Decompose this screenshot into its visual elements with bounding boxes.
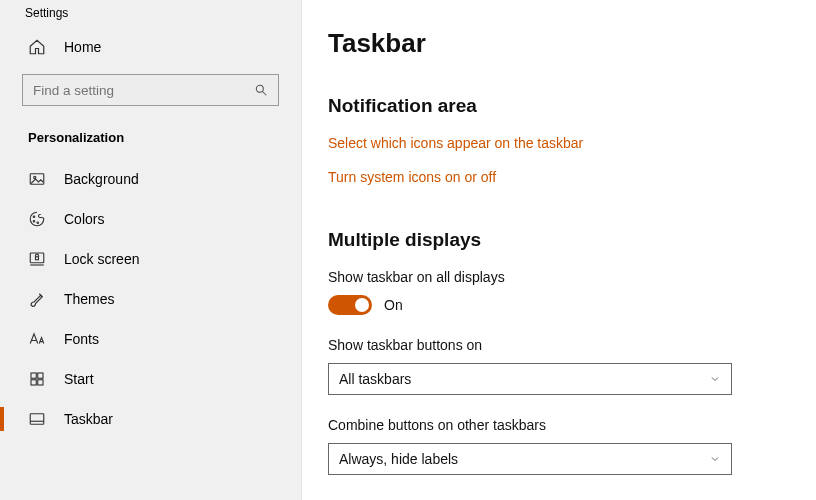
toggle-label-text: Show taskbar on all displays — [328, 269, 780, 285]
nav-label: Themes — [64, 291, 115, 307]
page-title: Taskbar — [328, 28, 780, 59]
chevron-down-icon — [709, 373, 721, 385]
search-box[interactable] — [22, 74, 279, 106]
app-title: Settings — [0, 0, 301, 20]
search-icon — [254, 83, 268, 97]
toggle-state: On — [384, 297, 403, 313]
svg-rect-12 — [31, 380, 36, 385]
section-notification-heading: Notification area — [328, 95, 780, 117]
nav-item-colors[interactable]: Colors — [0, 199, 301, 239]
svg-line-1 — [263, 92, 267, 96]
toggle-knob — [355, 298, 369, 312]
select-buttons-label: Show taskbar buttons on — [328, 337, 780, 353]
nav-label: Fonts — [64, 331, 99, 347]
nav-list: Background Colors Lock screen Themes — [0, 159, 301, 439]
svg-point-0 — [256, 85, 263, 92]
nav-home-label: Home — [64, 39, 101, 55]
category-heading: Personalization — [0, 106, 301, 159]
nav-label: Lock screen — [64, 251, 139, 267]
svg-point-6 — [37, 222, 39, 224]
chevron-down-icon — [709, 453, 721, 465]
link-select-icons[interactable]: Select which icons appear on the taskbar — [328, 135, 780, 151]
select-value: Always, hide labels — [339, 451, 458, 467]
svg-rect-8 — [36, 257, 39, 260]
taskbar-icon — [28, 410, 46, 428]
svg-rect-10 — [31, 373, 36, 378]
select-combine[interactable]: Always, hide labels — [328, 443, 732, 475]
svg-rect-14 — [30, 414, 44, 425]
home-icon — [28, 38, 46, 56]
select-combine-label: Combine buttons on other taskbars — [328, 417, 780, 433]
nav-label: Colors — [64, 211, 104, 227]
nav-label: Start — [64, 371, 94, 387]
nav-item-fonts[interactable]: Fonts — [0, 319, 301, 359]
main-content: Taskbar Notification area Select which i… — [302, 0, 816, 500]
select-buttons-on[interactable]: All taskbars — [328, 363, 732, 395]
brush-icon — [28, 290, 46, 308]
start-icon — [28, 370, 46, 388]
nav-item-lockscreen[interactable]: Lock screen — [0, 239, 301, 279]
nav-item-taskbar[interactable]: Taskbar — [0, 399, 301, 439]
lock-icon — [28, 250, 46, 268]
nav-item-background[interactable]: Background — [0, 159, 301, 199]
image-icon — [28, 170, 46, 188]
link-system-icons[interactable]: Turn system icons on or off — [328, 169, 780, 185]
nav-item-start[interactable]: Start — [0, 359, 301, 399]
section-displays-heading: Multiple displays — [328, 229, 780, 251]
select-value: All taskbars — [339, 371, 411, 387]
svg-rect-11 — [38, 373, 43, 378]
nav-label: Taskbar — [64, 411, 113, 427]
nav-item-themes[interactable]: Themes — [0, 279, 301, 319]
palette-icon — [28, 210, 46, 228]
nav-home[interactable]: Home — [0, 20, 301, 74]
svg-rect-13 — [38, 380, 43, 385]
nav-label: Background — [64, 171, 139, 187]
search-input[interactable] — [33, 83, 254, 98]
font-icon — [28, 330, 46, 348]
svg-point-5 — [33, 221, 35, 223]
svg-point-4 — [33, 216, 35, 218]
sidebar: Settings Home Personalization Background — [0, 0, 302, 500]
toggle-show-taskbar[interactable] — [328, 295, 372, 315]
